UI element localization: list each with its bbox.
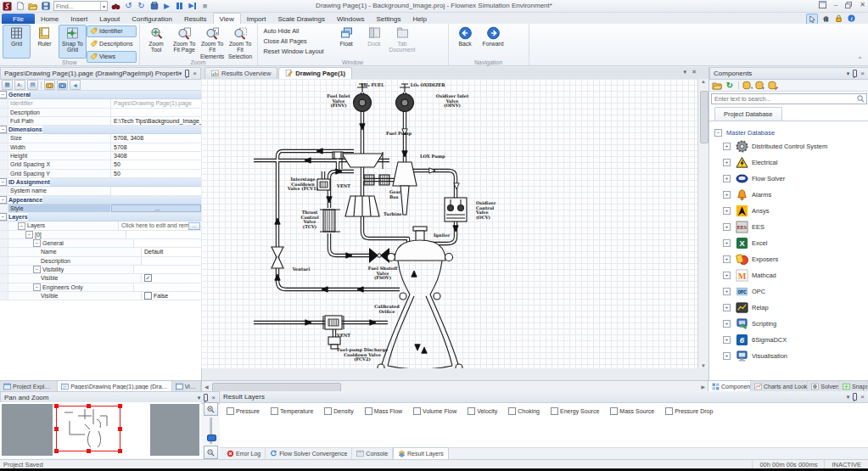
property-row[interactable]: − Layers (0, 213, 201, 221)
grid-view-icon[interactable]: ▦ (2, 80, 13, 90)
ribbon-tab[interactable]: Help (406, 14, 432, 24)
pin-icon[interactable] (853, 70, 857, 77)
tree-item[interactable]: + Alarms (709, 187, 868, 203)
property-row[interactable]: System name (0, 187, 201, 195)
layer-checkbox[interactable]: Energy Source (551, 407, 599, 415)
output-tab[interactable]: Console (352, 448, 393, 459)
expand-icon[interactable]: + (723, 143, 731, 150)
tree-root-master-database[interactable]: −Master Database (709, 126, 868, 138)
page-preview[interactable] (0, 402, 201, 458)
checkbox[interactable] (324, 407, 332, 415)
ribbon-button[interactable]: Ruler (31, 25, 59, 59)
ribbon-button[interactable]: Dock (361, 25, 389, 59)
expand-icon[interactable]: + (723, 352, 731, 360)
property-row[interactable]: − Dimensions (0, 126, 201, 134)
property-row[interactable]: Description (0, 257, 201, 266)
property-value[interactable] (42, 196, 201, 204)
ribbon-button[interactable]: Tab Document (389, 25, 417, 59)
close-icon[interactable]: × (860, 394, 865, 401)
expand-icon[interactable]: + (723, 336, 731, 344)
property-row[interactable]: Visible False (0, 292, 201, 300)
minimize-button[interactable]: – (834, 1, 837, 8)
property-row[interactable]: Height 3408 (0, 152, 201, 160)
binoculars-icon[interactable] (111, 2, 120, 11)
ribbon-tab[interactable]: Configuration (126, 14, 178, 24)
component-search[interactable] (711, 93, 867, 104)
ribbon-tab[interactable]: Insert (64, 14, 93, 24)
add-database-icon[interactable]: + (742, 81, 753, 90)
property-row[interactable]: Description (0, 109, 201, 117)
scroll-down-icon[interactable]: ▼ (701, 363, 706, 368)
property-row[interactable]: Size 5708, 3408 (0, 134, 201, 143)
close-icon[interactable]: × (860, 70, 865, 77)
ribbon-tab[interactable]: Layout (93, 14, 126, 24)
import-database-icon[interactable] (755, 81, 765, 90)
solve-button[interactable] (149, 2, 159, 11)
zoom-slider[interactable] (210, 418, 212, 444)
expand-icon[interactable]: + (723, 191, 731, 199)
ribbon-command[interactable]: Close All Pages (260, 36, 328, 46)
category-view-icon[interactable]: ▤ (27, 80, 38, 90)
property-value[interactable] (50, 178, 201, 186)
property-value[interactable] (42, 126, 201, 133)
ribbon-tab[interactable]: Scale Drawings (272, 14, 331, 24)
search-input[interactable] (712, 96, 857, 102)
property-value[interactable] (126, 231, 201, 238)
property-row[interactable]: Width 5708 (0, 143, 201, 152)
find-dropdown-icon[interactable]: ▾ (100, 2, 107, 10)
refresh-icon[interactable]: ↻ (725, 81, 735, 90)
ribbon-button[interactable]: Zoom To Fit Page (171, 25, 199, 61)
tree-item[interactable]: + OPC OPC (709, 283, 868, 300)
open-library-icon[interactable] (712, 81, 722, 90)
checkbox[interactable] (508, 407, 516, 415)
property-value[interactable]: E:\Tech Tips\Background_Image_project... (111, 117, 201, 125)
expand-icon[interactable]: + (723, 159, 731, 166)
expand-icon[interactable]: + (723, 288, 731, 295)
property-value[interactable] (142, 257, 201, 265)
panel-menu-icon[interactable]: ▾ (847, 70, 850, 77)
panel-menu-icon[interactable]: ▾ (847, 394, 850, 401)
panel-menu-icon[interactable]: ▾ (179, 70, 182, 77)
document-tab[interactable]: Drawing Page(1) (278, 67, 352, 79)
ribbon-tab[interactable]: View (213, 13, 241, 25)
ribbon-toggle[interactable]: Identifier (87, 25, 137, 37)
property-row[interactable]: −[0] (0, 231, 201, 239)
property-row[interactable]: − General (0, 91, 201, 99)
expand-icon[interactable]: + (723, 320, 731, 328)
property-row[interactable]: Name Default (0, 248, 201, 256)
property-value[interactable] (31, 91, 201, 98)
step-button[interactable]: ▶ (188, 2, 197, 11)
property-value[interactable] (134, 239, 201, 247)
property-value[interactable] (28, 213, 201, 221)
close-button[interactable]: ✕ (860, 1, 865, 8)
property-value[interactable]: 3408 (111, 152, 201, 160)
tab-project-database[interactable]: Project Database (714, 107, 782, 121)
close-icon[interactable]: × (211, 395, 216, 401)
ribbon-tab[interactable]: Windows (331, 14, 370, 24)
run-button[interactable]: ▶ (162, 2, 171, 11)
property-value[interactable]: False (142, 292, 201, 300)
ribbon-button[interactable]: Zoom To Fit Selection (227, 25, 255, 61)
ribbon-toggle[interactable]: Descriptions (87, 38, 137, 50)
expand-icon[interactable]: + (723, 272, 731, 279)
find-box[interactable]: ▾ (53, 1, 108, 11)
ribbon-collapse-icon[interactable]: ⌃ (857, 56, 863, 64)
close-tab-icon[interactable]: ✕ (692, 69, 697, 76)
property-value[interactable]: 50 (111, 170, 201, 177)
stop-button[interactable]: ■ (200, 2, 210, 11)
checkbox[interactable] (665, 407, 673, 415)
expand-icon[interactable]: + (723, 304, 731, 311)
checkbox[interactable] (227, 407, 234, 415)
property-row[interactable]: Full Path E:\Tech Tips\Background_Image_… (0, 117, 201, 126)
pin-icon[interactable] (853, 393, 857, 401)
scroll-up-icon[interactable]: ▲ (701, 79, 706, 84)
expand-icon[interactable]: + (723, 175, 731, 182)
expand-icon[interactable]: + (723, 207, 731, 215)
output-tab[interactable]: Flow Solver Convergence (266, 448, 352, 459)
property-row[interactable]: −Engineers Only (0, 283, 201, 292)
ribbon-tab[interactable]: Settings (370, 14, 406, 24)
close-icon[interactable]: × (193, 70, 197, 77)
scroll-right-icon[interactable]: ▶ (701, 384, 705, 390)
undo-button[interactable]: ↺ (124, 2, 133, 11)
document-tab[interactable]: Results Overview (204, 67, 277, 79)
